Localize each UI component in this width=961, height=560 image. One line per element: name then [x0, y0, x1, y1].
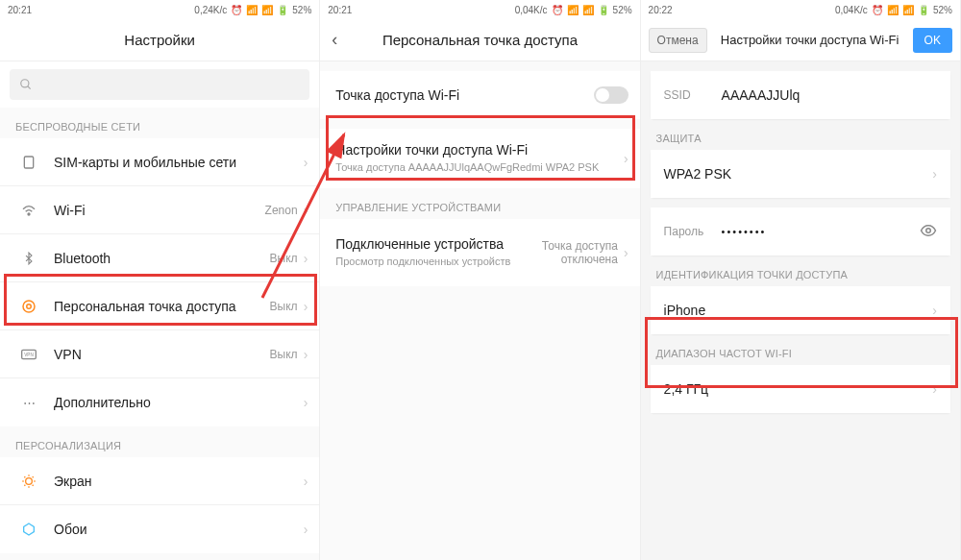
svg-point-4 — [27, 304, 32, 308]
back-button[interactable]: ‹ — [332, 19, 337, 61]
panel-hotspot: 20:21 0,04K/c ⏰ 📶 📶 🔋 52% ‹ Персональная… — [320, 0, 640, 560]
id-value: iPhone — [664, 303, 933, 318]
wifi-icon: 📶 — [887, 5, 899, 15]
row-sim[interactable]: SIM-карты и мобильные сети › — [0, 138, 319, 186]
bluetooth-icon — [15, 252, 42, 265]
panel-settings: 20:21 0,24K/c ⏰ 📶 📶 🔋 52% Настройки БЕСП… — [0, 0, 320, 560]
svg-text:VPN: VPN — [24, 353, 34, 357]
row-value: Точка доступа отключена — [531, 239, 618, 266]
password-input[interactable]: •••••••• — [722, 226, 920, 237]
svg-point-0 — [21, 80, 29, 87]
search-input[interactable] — [10, 69, 309, 100]
chevron-right-icon: › — [304, 474, 308, 489]
row-connected-devices[interactable]: Подключенные устройства Просмотр подключ… — [320, 219, 639, 286]
status-icons: 0,04K/c ⏰ 📶 📶 🔋 52% — [515, 5, 632, 15]
row-hotspot-settings[interactable]: Настройки точки доступа Wi-Fi Точка дост… — [320, 129, 639, 188]
search-icon — [19, 78, 33, 91]
header: Отмена Настройки точки доступа Wi-Fi OK — [641, 19, 960, 61]
status-bar: 20:21 0,04K/c ⏰ 📶 📶 🔋 52% — [320, 0, 639, 19]
section-id: ИДЕНТИФИКАЦИЯ ТОЧКИ ДОСТУПА — [641, 256, 960, 286]
chevron-right-icon: › — [932, 166, 937, 182]
section-wireless: БЕСПРОВОДНЫЕ СЕТИ — [0, 108, 319, 138]
row-label: Дополнительно — [54, 395, 304, 410]
chevron-right-icon: › — [624, 245, 628, 260]
row-band[interactable]: 2,4 ГГц › — [651, 365, 950, 413]
more-icon: ⋯ — [15, 396, 42, 410]
card-password: Пароль •••••••• — [651, 207, 950, 256]
row-label: Обои — [54, 522, 304, 537]
card-id: iPhone › — [651, 286, 950, 334]
status-time: 20:22 — [649, 5, 673, 15]
eye-icon[interactable] — [920, 222, 937, 242]
row-wallpaper[interactable]: Обои › — [0, 505, 319, 553]
status-bar: 20:21 0,24K/c ⏰ 📶 📶 🔋 52% — [0, 0, 319, 19]
wifi-icon: 📶 — [246, 5, 258, 15]
ok-button[interactable]: OK — [913, 28, 952, 53]
chevron-right-icon: › — [304, 203, 308, 218]
alarm-icon: ⏰ — [231, 5, 242, 15]
section-devices: УПРАВЛЕНИЕ УСТРОЙСТВАМИ — [320, 188, 639, 219]
ssid-input[interactable]: AAAAAJJUlq — [722, 87, 937, 103]
header: Настройки — [0, 19, 319, 61]
card-band: 2,4 ГГц › — [651, 365, 950, 413]
svg-point-5 — [23, 301, 35, 312]
section-personalization: ПЕРСОНАЛИЗАЦИЯ — [0, 426, 319, 457]
wifi-icon — [15, 203, 42, 218]
field-label: Пароль — [664, 225, 722, 238]
chevron-right-icon: › — [932, 381, 937, 397]
status-icons: 0,04K/c ⏰ 📶 📶 🔋 52% — [835, 5, 952, 15]
wallpaper-icon — [15, 522, 42, 537]
page-title: Персональная точка доступа — [382, 32, 578, 48]
row-wifi[interactable]: Wi-Fi Zenon › — [0, 186, 319, 234]
display-icon — [15, 474, 42, 489]
row-security[interactable]: WPA2 PSK › — [651, 150, 950, 198]
sim-icon — [15, 155, 42, 170]
svg-point-10 — [926, 228, 931, 232]
row-id[interactable]: iPhone › — [651, 286, 950, 334]
row-bluetooth[interactable]: Bluetooth Выкл › — [0, 234, 319, 282]
page-title: Настройки точки доступа Wi-Fi — [713, 33, 907, 47]
row-hotspot[interactable]: Персональная точка доступа Выкл › — [0, 282, 319, 330]
chevron-right-icon: › — [304, 155, 308, 170]
alarm-icon: ⏰ — [552, 5, 563, 15]
band-value: 2,4 ГГц — [664, 381, 933, 397]
row-label: SIM-карты и мобильные сети — [54, 155, 304, 170]
card-ssid: SSID AAAAAJJUlq — [651, 71, 950, 119]
row-label: VPN — [54, 347, 270, 362]
row-display[interactable]: Экран › — [0, 457, 319, 505]
status-time: 20:21 — [8, 5, 32, 15]
row-value: Выкл — [270, 348, 298, 361]
status-icons: 0,24K/c ⏰ 📶 📶 🔋 52% — [194, 5, 311, 15]
search-container — [0, 61, 319, 108]
row-ssid[interactable]: SSID AAAAAJJUlq — [651, 71, 950, 119]
alarm-icon: ⏰ — [872, 5, 883, 15]
hotspot-icon — [15, 298, 42, 315]
row-label: Bluetooth — [54, 251, 270, 266]
chevron-right-icon: › — [304, 395, 308, 410]
chevron-right-icon: › — [304, 251, 308, 266]
row-value: Zenon — [265, 204, 298, 217]
row-label: Экран — [54, 474, 304, 489]
row-label: Персональная точка доступа — [54, 299, 270, 314]
chevron-right-icon: › — [304, 347, 308, 362]
wifi-icon: 📶 — [567, 5, 579, 15]
chevron-right-icon: › — [624, 151, 628, 166]
row-label: Wi-Fi — [54, 203, 265, 218]
row-label: Настройки точки доступа Wi-Fi Точка дост… — [335, 142, 624, 174]
cancel-button[interactable]: Отмена — [649, 28, 707, 53]
row-password[interactable]: Пароль •••••••• — [651, 207, 950, 256]
card-security: WPA2 PSK › — [651, 150, 950, 198]
panel-hotspot-settings: 20:22 0,04K/c ⏰ 📶 📶 🔋 52% Отмена Настрой… — [641, 0, 961, 560]
svg-point-3 — [28, 213, 30, 215]
battery-icon: 🔋 — [277, 5, 288, 15]
row-value: Выкл — [270, 252, 298, 265]
battery-icon: 🔋 — [598, 5, 609, 15]
row-label: Точка доступа Wi-Fi — [335, 87, 593, 103]
row-more[interactable]: ⋯ Дополнительно › — [0, 378, 319, 426]
row-hotspot-toggle[interactable]: Точка доступа Wi-Fi — [320, 71, 639, 119]
row-vpn[interactable]: VPN VPN Выкл › — [0, 330, 319, 378]
status-time: 20:21 — [328, 5, 352, 15]
signal-icon: 📶 — [582, 5, 594, 15]
toggle-switch[interactable] — [594, 86, 628, 104]
chevron-right-icon: › — [304, 522, 308, 537]
